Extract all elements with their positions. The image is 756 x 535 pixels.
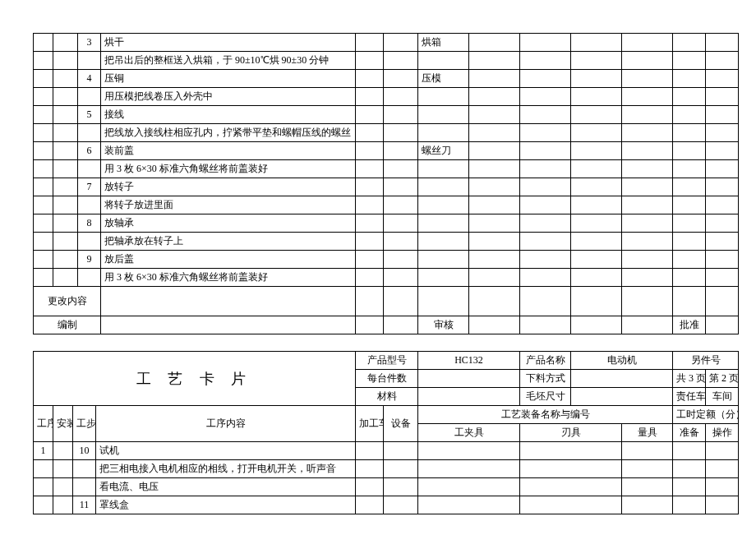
step-no: 3: [78, 34, 101, 52]
step-desc: 将转子放进里面: [101, 196, 356, 214]
hdr-page-no: 第 2 页: [706, 370, 739, 388]
row-seq: [34, 496, 53, 514]
step-no: 4: [78, 70, 101, 88]
step-title: 烘干: [101, 34, 356, 52]
hdr-resp-workshop: 责任车间: [673, 388, 706, 406]
step-title: 接线: [101, 106, 356, 124]
hdr-product-model: 产品型号: [356, 352, 418, 370]
step-title: 放轴承: [101, 214, 356, 233]
hdr-op: 操作: [706, 424, 739, 442]
step-desc: 把线放入接线柱相应孔内，拧紧带平垫和螺帽压线的螺丝: [101, 124, 356, 142]
hdr-time-group: 工时定额（分）: [673, 406, 739, 424]
card-title: 工 艺 卡 片: [34, 352, 356, 406]
hdr-gauge: 量具: [622, 424, 673, 442]
row-title: 试机: [96, 442, 356, 460]
hdr-workshop-suffix: 车间: [706, 388, 739, 406]
hdr-fixture: 工夹具: [418, 424, 520, 442]
step-desc: 用 3 枚 6×30 标准六角螺丝将前盖装好: [101, 160, 356, 178]
step-title: 放后盖: [101, 251, 356, 269]
hdr-cutter: 刃具: [520, 424, 622, 442]
row-desc: 把三相电接入电机相应的相线，打开电机开关，听声音: [96, 460, 356, 478]
row-seq: 1: [34, 442, 53, 460]
change-content-label: 更改内容: [34, 287, 101, 316]
made-by-label: 编制: [34, 316, 101, 334]
step-desc: 把吊出后的整框送入烘箱，于 90±10℃烘 90±30 分钟: [101, 52, 356, 70]
hdr-proc-shop: 加工车间: [356, 406, 384, 442]
step-no: 7: [78, 178, 101, 196]
step-desc: 把轴承放在转子上: [101, 233, 356, 251]
step-desc: 用压模把线卷压入外壳中: [101, 88, 356, 106]
val-product-name: 电动机: [571, 352, 673, 370]
step-tool: 压模: [418, 70, 469, 88]
row-title: 罩线盒: [96, 496, 356, 514]
row-desc2: 看电流、电压: [96, 478, 356, 496]
hdr-cutting: 下料方式: [520, 370, 571, 388]
hdr-prep: 准备: [673, 424, 706, 442]
val-product-model: HC132: [418, 352, 520, 370]
step-title: 压铜: [101, 70, 356, 88]
step-tool: 螺丝刀: [418, 142, 469, 160]
hdr-blank-size: 毛坯尺寸: [520, 388, 571, 406]
approve-label: 批准: [673, 316, 706, 334]
step-desc: 用 3 枚 6×30 标准六角螺丝将前盖装好: [101, 269, 356, 287]
hdr-other-part: 另件号: [673, 352, 739, 370]
hdr-step: 工步: [73, 406, 96, 442]
step-tool: [418, 178, 469, 196]
process-card-table: 工 艺 卡 片 产品型号 HC132 产品名称 电动机 另件号 每台件数 下料方…: [33, 351, 739, 514]
step-no: 8: [78, 214, 101, 233]
hdr-product-name: 产品名称: [520, 352, 571, 370]
step-title: 放转子: [101, 178, 356, 196]
process-table-top: 3烘干烘箱把吊出后的整框送入烘箱，于 90±10℃烘 90±30 分钟4压铜压模…: [33, 33, 739, 334]
step-title: 装前盖: [101, 142, 356, 160]
step-tool: [418, 251, 469, 269]
hdr-equip-group: 工艺装备名称与编号: [418, 406, 673, 424]
hdr-total-pages: 共 3 页: [673, 370, 706, 388]
hdr-material: 材料: [356, 388, 418, 406]
hdr-equip: 设备: [384, 406, 418, 442]
hdr-content: 工序内容: [96, 406, 356, 442]
hdr-install: 安装: [53, 406, 73, 442]
step-no: 6: [78, 142, 101, 160]
step-tool: 烘箱: [418, 34, 469, 52]
step-tool: [418, 106, 469, 124]
step-no: 5: [78, 106, 101, 124]
review-label: 审核: [418, 316, 469, 334]
row-step: 11: [73, 496, 96, 514]
row-step: 10: [73, 442, 96, 460]
hdr-per-unit: 每台件数: [356, 370, 418, 388]
hdr-seq: 工序: [34, 406, 53, 442]
step-tool: [418, 214, 469, 233]
step-no: 9: [78, 251, 101, 269]
